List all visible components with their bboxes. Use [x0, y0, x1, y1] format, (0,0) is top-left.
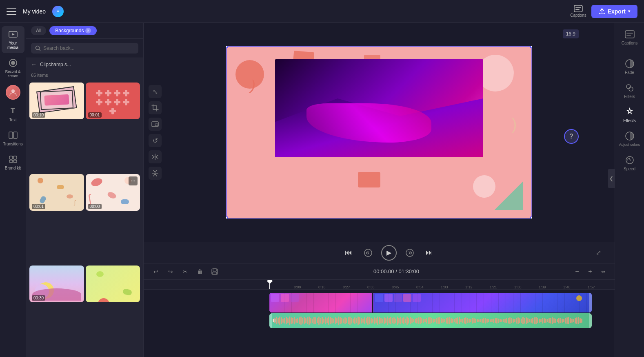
- sidebar-item-transitions[interactable]: Transitions: [2, 127, 24, 149]
- timeline-playhead[interactable]: [269, 280, 270, 289]
- playback-controls: ⏮ ▶ ⏭ ⤢: [144, 242, 615, 263]
- flip-v-tool-button[interactable]: [149, 167, 162, 180]
- track-end-handle[interactable]: [589, 293, 592, 312]
- flip-h-icon: [151, 154, 159, 160]
- background-item[interactable]: 00:01: [86, 83, 140, 119]
- tab-backgrounds-close[interactable]: ✕: [85, 28, 91, 33]
- resize-handle-tl[interactable]: [226, 46, 228, 48]
- fullscreen-tool-button[interactable]: ⤡: [149, 85, 162, 98]
- tab-backgrounds[interactable]: Backgrounds ✕: [49, 26, 97, 35]
- right-tool-adjust-colors[interactable]: Adjust colors: [617, 128, 642, 150]
- save-button[interactable]: [209, 266, 220, 277]
- fit-timeline-button[interactable]: ⇔: [598, 267, 608, 277]
- background-item[interactable]: Add to timeline 3: [86, 266, 140, 302]
- pip-tool-button[interactable]: [149, 118, 162, 131]
- background-item[interactable]: ∫ ⋯ 00:00: [86, 174, 140, 211]
- forward-icon: [405, 248, 414, 257]
- panel-header-title: Clipchamp s...: [40, 62, 71, 67]
- ai-tools-button[interactable]: ✦: [52, 6, 64, 17]
- item-duration: 00:30: [32, 295, 45, 301]
- canvas-area: ⤡ ↺: [144, 23, 615, 242]
- search-bar: [26, 39, 143, 58]
- video-track-label: [144, 293, 266, 312]
- timeline-ruler: 0:09 0:18 0:27 0:36 0:45 0:54 1:03 1:12 …: [144, 280, 615, 290]
- resize-handle-bl[interactable]: [226, 216, 228, 219]
- help-button[interactable]: ?: [564, 129, 579, 144]
- export-icon: [599, 8, 605, 15]
- svg-point-27: [626, 156, 633, 164]
- svg-rect-2: [575, 9, 580, 10]
- svg-rect-10: [9, 160, 13, 163]
- timeline-zoom: − + ⇔: [572, 267, 608, 277]
- right-tool-filters[interactable]: Filters: [617, 80, 642, 102]
- fullscreen-button[interactable]: ⤢: [592, 246, 605, 259]
- background-item[interactable]: 00:10: [29, 83, 84, 119]
- top-bar: My video ✦ Captions Export ▾: [0, 0, 644, 23]
- go-to-end-button[interactable]: ⏭: [423, 246, 436, 259]
- zoom-in-button[interactable]: +: [585, 267, 595, 277]
- undo-button[interactable]: ↩: [150, 266, 162, 277]
- go-to-start-button[interactable]: ⏮: [342, 246, 355, 259]
- sidebar-item-your-media[interactable]: Your media: [2, 26, 24, 53]
- svg-rect-22: [626, 35, 631, 36]
- canvas-tools: ⤡ ↺: [149, 85, 162, 180]
- sidebar-item-text[interactable]: T Text: [2, 103, 24, 125]
- rotate-tool-button[interactable]: ↺: [149, 134, 162, 147]
- redo-button[interactable]: ↪: [165, 266, 176, 277]
- captions-icon: [574, 5, 583, 12]
- panel-tabs: All Backgrounds ✕: [26, 23, 143, 39]
- resize-handle-tr[interactable]: [530, 46, 532, 48]
- video-content: [275, 59, 483, 157]
- svg-rect-8: [9, 156, 13, 159]
- menu-button[interactable]: [7, 8, 16, 15]
- items-count: 65 items: [26, 71, 143, 81]
- brand-icon: [8, 154, 18, 164]
- sidebar-item-record-create[interactable]: Record & create: [2, 55, 24, 82]
- zoom-out-button[interactable]: −: [572, 267, 582, 277]
- captions-tool-icon: [625, 29, 635, 39]
- svg-rect-7: [13, 132, 17, 138]
- audio-track-content[interactable]: ⏸ (function() { const container = docume…: [269, 313, 592, 328]
- panel-breadcrumb: ← Clipchamp s...: [26, 58, 143, 71]
- background-item[interactable]: 00:30: [29, 266, 84, 302]
- audio-end-handle[interactable]: [589, 313, 592, 328]
- cut-button[interactable]: ✂: [180, 266, 191, 277]
- export-button[interactable]: Export ▾: [591, 5, 637, 18]
- search-icon: [35, 45, 41, 51]
- svg-rect-0: [574, 5, 582, 12]
- panel-back-button[interactable]: ←: [31, 61, 37, 68]
- rewind-icon: [364, 248, 373, 257]
- tab-all[interactable]: All: [31, 26, 46, 35]
- sidebar-item-brand[interactable]: Brand kit: [2, 151, 24, 174]
- resize-handle-br[interactable]: [530, 216, 532, 219]
- item-duration: 00:01: [88, 112, 102, 118]
- right-divider: [622, 52, 638, 52]
- play-button[interactable]: ▶: [381, 245, 397, 261]
- video-track: [144, 293, 615, 312]
- svg-rect-6: [9, 132, 13, 138]
- transitions-icon: [8, 130, 18, 140]
- right-tool-fade[interactable]: Fade: [617, 56, 642, 78]
- item-more-button[interactable]: ⋯: [129, 176, 138, 185]
- rewind-button[interactable]: [362, 246, 375, 259]
- search-input[interactable]: [43, 45, 134, 51]
- background-item[interactable]: ∫ 00:01: [29, 174, 84, 211]
- your-media-icon: [8, 29, 18, 39]
- aspect-ratio-badge: 16:9: [563, 29, 579, 38]
- svg-point-24: [626, 85, 631, 89]
- search-input-wrap: [31, 43, 138, 54]
- flip-h-tool-button[interactable]: [149, 150, 162, 163]
- svg-rect-18: [213, 269, 216, 271]
- collapse-handle[interactable]: ❮: [608, 169, 615, 188]
- captions-button[interactable]: Captions: [570, 5, 586, 18]
- forward-button[interactable]: [403, 246, 416, 259]
- right-tool-captions[interactable]: Captions: [617, 26, 642, 49]
- crop-tool-button[interactable]: [149, 101, 162, 114]
- center-area: ⤡ ↺: [144, 23, 615, 357]
- delete-button[interactable]: 🗑: [194, 266, 206, 277]
- right-tool-effects[interactable]: Effects: [617, 104, 642, 126]
- right-tool-speed[interactable]: Speed: [617, 152, 642, 174]
- text-icon: T: [8, 106, 18, 116]
- timeline-toolbar: ↩ ↪ ✂ 🗑 00:00.00 / 01:30:00 − + ⇔: [144, 263, 615, 280]
- video-track-content[interactable]: [269, 293, 592, 312]
